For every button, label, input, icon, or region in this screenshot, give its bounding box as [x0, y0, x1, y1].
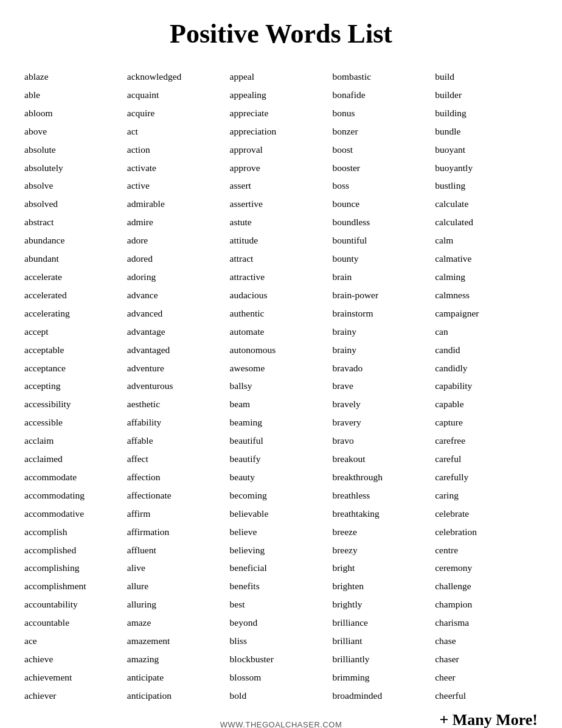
word-item: aesthetic: [127, 395, 230, 413]
word-item: candidly: [435, 359, 538, 377]
word-column-col3: appealappealingappreciateappreciationapp…: [230, 68, 333, 705]
word-item: adored: [127, 250, 230, 268]
word-column-col2: acknowledgedacquaintacquireactactionacti…: [127, 68, 230, 705]
more-text: + Many More!: [435, 711, 538, 728]
word-item: accommodating: [24, 486, 127, 505]
word-item: active: [127, 177, 230, 195]
word-item: astute: [230, 213, 333, 231]
word-item: beam: [230, 395, 333, 413]
word-item: cheerful: [435, 687, 538, 705]
word-item: brighten: [332, 577, 435, 595]
word-item: advance: [127, 286, 230, 304]
word-item: campaigner: [435, 304, 538, 323]
word-item: absolute: [24, 141, 127, 159]
word-item: booster: [332, 159, 435, 177]
word-item: acceptable: [24, 341, 127, 359]
word-item: broadminded: [332, 687, 435, 705]
word-item: bravery: [332, 413, 435, 432]
word-item: bombastic: [332, 68, 435, 86]
word-item: careful: [435, 450, 538, 468]
word-item: calm: [435, 231, 538, 250]
word-item: ace: [24, 632, 127, 650]
word-item: affability: [127, 413, 230, 432]
word-item: brain: [332, 268, 435, 286]
word-item: building: [435, 104, 538, 122]
word-item: assertive: [230, 195, 333, 213]
word-item: accommodate: [24, 468, 127, 486]
word-item: breathtaking: [332, 505, 435, 523]
word-item: bravo: [332, 432, 435, 450]
word-item: attitude: [230, 231, 333, 250]
word-item: adventure: [127, 359, 230, 377]
word-item: acclaim: [24, 432, 127, 450]
word-item: act: [127, 122, 230, 141]
word-item: adventurous: [127, 377, 230, 395]
word-item: buoyant: [435, 141, 538, 159]
word-item: achieve: [24, 650, 127, 668]
word-item: advantaged: [127, 341, 230, 359]
word-item: accept: [24, 323, 127, 341]
word-item: acceptance: [24, 359, 127, 377]
word-item: acquire: [127, 104, 230, 122]
word-item: ceremony: [435, 559, 538, 577]
word-item: appreciate: [230, 104, 333, 122]
word-column-col1: ablazeableabloomaboveabsoluteabsolutelya…: [24, 68, 127, 705]
word-item: acquaint: [127, 86, 230, 104]
word-item: buoyantly: [435, 159, 538, 177]
word-item: amaze: [127, 614, 230, 632]
word-item: accomplishing: [24, 559, 127, 577]
word-item: chaser: [435, 650, 538, 668]
word-item: accomplish: [24, 523, 127, 541]
word-item: abloom: [24, 104, 127, 122]
word-item: brain-power: [332, 286, 435, 304]
word-item: absolve: [24, 177, 127, 195]
word-item: calmness: [435, 286, 538, 304]
word-item: affirmation: [127, 523, 230, 541]
word-item: accomplishment: [24, 577, 127, 595]
word-item: affectionate: [127, 486, 230, 505]
word-item: capability: [435, 377, 538, 395]
word-item: bounty: [332, 250, 435, 268]
word-item: affection: [127, 468, 230, 486]
word-item: celebrate: [435, 505, 538, 523]
word-item: accomplished: [24, 541, 127, 559]
word-item: calmative: [435, 250, 538, 268]
word-item: believing: [230, 541, 333, 559]
word-item: absolved: [24, 195, 127, 213]
word-item: calming: [435, 268, 538, 286]
word-item: builder: [435, 86, 538, 104]
word-item: blossom: [230, 668, 333, 687]
word-item: bundle: [435, 122, 538, 141]
word-item: champion: [435, 595, 538, 614]
word-item: bonus: [332, 104, 435, 122]
word-item: beaming: [230, 413, 333, 432]
word-item: ballsy: [230, 377, 333, 395]
word-item: challenge: [435, 577, 538, 595]
word-item: autonomous: [230, 341, 333, 359]
word-item: bold: [230, 687, 333, 705]
word-item: able: [24, 86, 127, 104]
word-item: accepting: [24, 377, 127, 395]
word-item: breeze: [332, 523, 435, 541]
word-item: audacious: [230, 286, 333, 304]
word-item: bravely: [332, 395, 435, 413]
word-item: accelerating: [24, 304, 127, 323]
word-item: acknowledged: [127, 68, 230, 86]
footer-row: WWW.THEGOALCHASER.COM + Many More!: [24, 711, 538, 728]
word-item: accessible: [24, 413, 127, 432]
word-item: adoring: [127, 268, 230, 286]
word-item: advanced: [127, 304, 230, 323]
word-item: brimming: [332, 668, 435, 687]
word-item: believable: [230, 505, 333, 523]
word-item: bountiful: [332, 231, 435, 250]
word-item: absolutely: [24, 159, 127, 177]
word-item: best: [230, 595, 333, 614]
word-item: bravado: [332, 359, 435, 377]
word-item: amazement: [127, 632, 230, 650]
word-item: beautify: [230, 450, 333, 468]
word-item: affable: [127, 432, 230, 450]
word-item: breezy: [332, 541, 435, 559]
word-item: beneficial: [230, 559, 333, 577]
word-item: carefree: [435, 432, 538, 450]
word-column-col4: bombasticbonafidebonusbonzerboostbooster…: [332, 68, 435, 705]
